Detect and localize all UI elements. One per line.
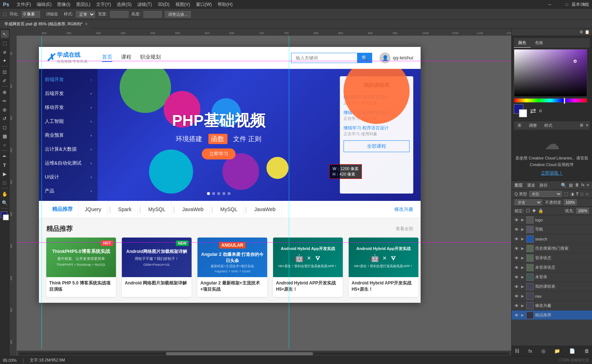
- color-tab[interactable]: 颜色: [514, 38, 531, 48]
- style-select[interactable]: 正常: [76, 11, 95, 18]
- layer-vis-featured[interactable]: 👁: [514, 313, 519, 318]
- search-input[interactable]: [291, 53, 357, 63]
- layer-expand-history[interactable]: ▶: [520, 246, 525, 251]
- lock-pixels-icon[interactable]: ☐: [526, 208, 530, 213]
- layer-nav[interactable]: 👁 ▶ 导航: [512, 225, 592, 234]
- layer-expand-featured[interactable]: ▶: [520, 313, 525, 317]
- height-input[interactable]: [144, 11, 162, 18]
- layer-expand-notloggedin[interactable]: ▶: [520, 275, 525, 279]
- layer-vis-interest[interactable]: 👁: [514, 303, 519, 308]
- feather-input[interactable]: [22, 11, 40, 18]
- layer-search[interactable]: 👁 ▶ search: [512, 234, 592, 244]
- layer-history-search[interactable]: 👁 ▶ 历史搜索/热门搜索: [512, 244, 592, 253]
- layers-tab[interactable]: 图层: [515, 183, 523, 188]
- nav-career[interactable]: 职业规划: [140, 54, 161, 62]
- panel-tool-2[interactable]: 📋: [585, 30, 590, 34]
- tab-mysql2[interactable]: MySQL: [214, 201, 244, 218]
- carousel-dot-2[interactable]: [212, 192, 215, 195]
- carousel-dot-5[interactable]: [228, 192, 230, 195]
- layer-not-logged-in[interactable]: 👁 ▶ 未登录: [512, 272, 592, 282]
- lock-all-icon[interactable]: 🔒: [538, 208, 544, 213]
- nav-home[interactable]: 首页: [102, 54, 112, 62]
- brush-tool[interactable]: ✏: [1, 97, 9, 105]
- width-input[interactable]: [110, 11, 128, 18]
- swatch-tab[interactable]: 色板: [531, 38, 548, 48]
- opacity-input[interactable]: [564, 199, 577, 205]
- tab-mysql[interactable]: MySQL: [142, 201, 172, 218]
- fg-bg-colors[interactable]: [514, 104, 527, 117]
- eyedropper-tool[interactable]: ✐: [1, 77, 9, 85]
- channels-tab[interactable]: 通道: [527, 183, 535, 188]
- menu-help[interactable]: 帮助(H): [218, 1, 233, 8]
- course-card-3[interactable]: ANGULAR Angular 2 劲爆来袭 打造你的今日头条 最新框架+主流技…: [197, 238, 267, 297]
- menu-text[interactable]: 文字(Y): [96, 1, 111, 8]
- layer-my-courses[interactable]: 👁 ▶ 我的课程表: [512, 282, 592, 291]
- layer-login-state[interactable]: 👁 ▶ 登录状态: [512, 253, 592, 263]
- tab-featured[interactable]: 精品推荐: [46, 201, 79, 218]
- blend-mode-select[interactable]: 穿透: [515, 199, 542, 205]
- menu-select[interactable]: 选择(S): [117, 1, 131, 8]
- shape-tool[interactable]: □: [1, 179, 9, 187]
- link-layers-icon[interactable]: ⛓: [515, 348, 519, 354]
- lock-position-icon[interactable]: ✚: [532, 208, 536, 213]
- list-view-icon[interactable]: ≡: [585, 121, 590, 130]
- tab-edit-link[interactable]: 修改兴趣: [394, 206, 413, 213]
- layer-expand-nav[interactable]: ▶: [520, 227, 525, 232]
- tab-javaweb2[interactable]: JavaWeb: [248, 201, 282, 218]
- zoom-tool[interactable]: 🔍: [1, 199, 9, 207]
- color-swatches[interactable]: [1, 212, 9, 223]
- layer-vis-notlogin[interactable]: 👁: [514, 265, 519, 270]
- scroll-thumb[interactable]: [166, 352, 313, 355]
- menu-window[interactable]: 窗口(W): [196, 1, 212, 8]
- adjust-edge-button[interactable]: 调整边缘...: [165, 11, 191, 18]
- pen-tool[interactable]: ✒: [1, 152, 9, 160]
- style-tab[interactable]: 样式: [541, 121, 556, 130]
- layers-search-icon[interactable]: 🔍: [561, 183, 567, 188]
- hero-cta-button[interactable]: 立即学习: [202, 148, 236, 159]
- carousel-dot-1[interactable]: [207, 192, 210, 195]
- hand-tool[interactable]: ✋: [1, 190, 9, 198]
- layers-fx-icon[interactable]: fx: [581, 183, 585, 188]
- filter-kind-text[interactable]: T: [576, 192, 579, 196]
- create-layer-icon[interactable]: 📄: [569, 348, 575, 354]
- layer-vis-history[interactable]: 👁: [514, 246, 519, 251]
- grid-view-icon[interactable]: ⊞: [578, 121, 585, 130]
- magic-wand-tool[interactable]: ✦: [1, 56, 9, 65]
- dodge-tool[interactable]: ○: [1, 141, 9, 149]
- layer-expand-nav2[interactable]: ▶: [520, 294, 525, 298]
- maximize-button[interactable]: □: [558, 0, 575, 9]
- filter-kind-pixel[interactable]: ⬚: [564, 191, 568, 196]
- menu-view[interactable]: 视图(V): [175, 1, 190, 8]
- layer-vis-notloggedin[interactable]: 👁: [514, 275, 519, 280]
- layer-vis-nav2[interactable]: 👁: [514, 294, 519, 299]
- layers-add-icon[interactable]: ⊞: [569, 183, 573, 188]
- tab-close-button[interactable]: ✕: [85, 22, 88, 26]
- background-color[interactable]: [519, 109, 527, 117]
- close-button[interactable]: ✕: [575, 0, 592, 9]
- horizontal-scrollbar[interactable]: [17, 351, 511, 356]
- filter-kind-smart[interactable]: ☆: [585, 192, 589, 196]
- color-saturation-box[interactable]: [514, 49, 587, 97]
- layer-vis-logo[interactable]: 👁: [514, 217, 519, 223]
- text-tool[interactable]: T: [1, 161, 9, 169]
- library-get-link[interactable]: 立即获取！: [515, 170, 588, 176]
- layer-expand-login[interactable]: ▶: [520, 256, 525, 260]
- carousel-dot-3[interactable]: [217, 192, 220, 195]
- course-card-4[interactable]: Android Hybrid App开发实战 🤖 ✕ ⛛ H5+原生！双剑合璧打…: [273, 238, 343, 297]
- hue-bar[interactable]: [514, 98, 587, 103]
- layer-expand-logo[interactable]: ▶: [520, 218, 525, 222]
- layer-vis-nav[interactable]: 👁: [514, 227, 519, 232]
- lib-tab[interactable]: 库: [514, 121, 525, 130]
- layer-expand-search[interactable]: ▶: [520, 237, 525, 241]
- layer-vis-mycourses[interactable]: 👁: [514, 284, 519, 289]
- layer-vis-login[interactable]: 👁: [514, 255, 519, 261]
- menu-image[interactable]: 图像(I): [57, 1, 70, 8]
- move-tool[interactable]: ↖: [1, 30, 9, 38]
- paths-tab[interactable]: 路径: [540, 183, 548, 188]
- menu-filter[interactable]: 滤镜(T): [137, 1, 152, 8]
- layer-featured[interactable]: 👁 ▶ 精品推荐: [512, 310, 592, 320]
- tab-javaweb[interactable]: JavaWeb: [176, 201, 210, 218]
- create-group-icon[interactable]: 📁: [554, 348, 560, 354]
- layer-vis-search[interactable]: 👁: [514, 236, 519, 242]
- layer-logo[interactable]: 👁 ▶ logo: [512, 215, 592, 225]
